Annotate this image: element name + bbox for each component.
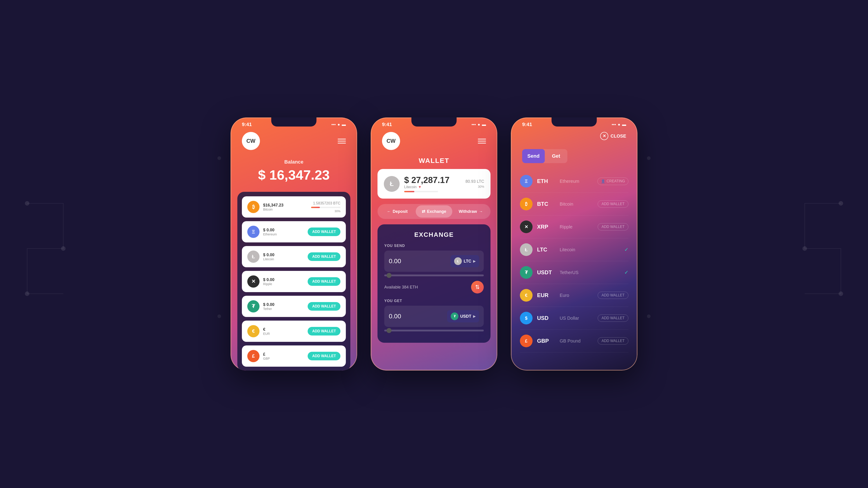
ltc-amount: $ 0.00 — [263, 253, 274, 257]
xrp-add-badge[interactable]: ADD WALLET — [598, 223, 628, 230]
tab-deposit[interactable]: ← Deposit — [379, 205, 416, 218]
notch-2 — [411, 118, 457, 127]
deposit-arrow-icon: ← — [387, 209, 391, 214]
wallet-item-gbp[interactable]: £ £ GBP ADD WALLET — [242, 346, 346, 367]
tab-withdraw[interactable]: Withdraw → — [452, 205, 489, 218]
add-wallet-usdt[interactable]: ADD WALLET — [308, 302, 340, 311]
wallet-card[interactable]: Ł $ 27,287.17 Litecoin ▼ — [377, 169, 491, 199]
add-wallet-ltc[interactable]: ADD WALLET — [308, 252, 340, 261]
status-icons-1: ▪▪▪ ● ▬ — [331, 122, 346, 127]
ltc-ticker: LTC — [537, 247, 555, 253]
gbp-list-icon: £ — [520, 335, 532, 347]
ltc-name: Litecoin — [263, 257, 274, 261]
wallet-item-xrp[interactable]: ✕ $ 0.00 Ripple ADD WALLET — [242, 271, 346, 292]
eth-amount: $ 0.00 — [263, 228, 277, 232]
get-amount: 0.00 — [389, 313, 401, 320]
eth-list-icon: Ξ — [520, 175, 532, 188]
svg-point-1 — [61, 246, 66, 251]
usdt-amount: $ 0.00 — [263, 302, 274, 307]
currency-item-eth[interactable]: Ξ ETH Ethereum 👤 CREATING — [520, 170, 628, 193]
get-coin-badge[interactable]: ₮ USDT ▶ — [447, 310, 479, 322]
menu-button-2[interactable] — [478, 139, 486, 143]
xrp-list-icon: ✕ — [520, 221, 532, 233]
usd-add-badge[interactable]: ADD WALLET — [598, 315, 628, 322]
phone3-header: ✕ CLOSE — [511, 127, 638, 144]
get-coin-arrow: ▶ — [473, 315, 475, 318]
swap-icon: ⇅ — [475, 284, 480, 290]
eth-name: Ethereum — [263, 232, 277, 236]
gbp-ticker: GBP — [537, 338, 555, 344]
ltc-list-icon: Ł — [520, 243, 532, 256]
btc-add-badge[interactable]: ADD WALLET — [598, 200, 628, 207]
send-slider[interactable] — [384, 274, 484, 276]
svg-point-7 — [217, 315, 221, 318]
currency-item-usd[interactable]: $ USD US Dollar ADD WALLET — [520, 307, 628, 330]
currency-item-btc[interactable]: ₿ BTC Bitcoin ADD WALLET — [520, 193, 628, 216]
send-input-row[interactable]: 0.00 Ł LTC ▶ — [384, 251, 484, 272]
close-button[interactable]: ✕ CLOSE — [600, 132, 626, 140]
get-input-row[interactable]: 0.00 ₮ USDT ▶ — [384, 306, 484, 327]
eur-list-icon: € — [520, 289, 532, 302]
btc-amount: $16,347.23 — [263, 203, 283, 207]
gbp-full-name: GB Pound — [560, 338, 593, 344]
you-send-label: YOU SEND — [384, 244, 484, 248]
add-wallet-gbp[interactable]: ADD WALLET — [308, 352, 340, 360]
send-coin-label: LTC — [464, 259, 471, 264]
btc-name: Bitcoin — [263, 207, 283, 211]
currency-item-usdt[interactable]: ₮ USDT TetherUS ✓ — [520, 261, 628, 284]
eth-full-name: Ethereum — [560, 179, 593, 184]
wallet-item-btc[interactable]: ₿ $16,347.23 Bitcoin 1.58357203 BTC — [242, 196, 346, 218]
you-get-label: YOU GET — [384, 299, 484, 303]
ltc-icon: Ł — [247, 251, 259, 263]
currency-list: Ξ ETH Ethereum 👤 CREATING ₿ BTC Bitcoin … — [511, 168, 638, 355]
close-circle-icon: ✕ — [600, 132, 608, 140]
send-coin-badge[interactable]: Ł LTC ▶ — [451, 255, 479, 267]
get-toggle-btn[interactable]: Get — [545, 149, 567, 163]
user-icon: 👤 — [601, 179, 605, 184]
tab-exchange[interactable]: ⇄ Exchange — [416, 205, 453, 218]
get-slider-handle[interactable] — [386, 328, 392, 333]
notch — [271, 118, 316, 127]
currency-item-eur[interactable]: € EUR Euro ADD WALLET — [520, 284, 628, 307]
phone2-header: CW — [371, 127, 497, 155]
svg-point-6 — [217, 156, 221, 160]
eur-ticker: EUR — [537, 292, 555, 298]
exchange-title: EXCHANGE — [384, 231, 484, 238]
send-toggle-btn[interactable]: Send — [522, 149, 545, 163]
eur-add-badge[interactable]: ADD WALLET — [598, 292, 628, 299]
gbp-add-badge[interactable]: ADD WALLET — [598, 337, 628, 345]
wallet-item-eur[interactable]: € € EUR ADD WALLET — [242, 321, 346, 342]
menu-button-1[interactable] — [338, 139, 346, 143]
ltc-full-name: Litecoin — [560, 247, 620, 252]
wifi-icon-3: ● — [618, 122, 620, 127]
wallet-item-ltc[interactable]: Ł $ 0.00 Litecoin ADD WALLET — [242, 246, 346, 267]
send-coin-icon: Ł — [454, 257, 462, 265]
status-icons-2: ▪▪▪ ● ▬ — [471, 122, 486, 127]
phone-exchange: 9:41 ▪▪▪ ● ▬ CW WALLET — [371, 118, 497, 370]
add-wallet-eur[interactable]: ADD WALLET — [308, 327, 340, 335]
swap-button[interactable]: ⇅ — [471, 281, 484, 293]
battery-icon-2: ▬ — [482, 122, 486, 127]
usdt-full-name: TetherUS — [560, 270, 620, 275]
svg-point-9 — [647, 315, 651, 318]
signal-icon-2: ▪▪▪ — [471, 122, 476, 127]
get-slider[interactable] — [384, 330, 484, 331]
wallet-item-eth[interactable]: Ξ $ 0.00 Ethereum ADD WALLET — [242, 221, 346, 242]
currency-item-xrp[interactable]: ✕ XRP Ripple ADD WALLET — [520, 216, 628, 238]
xrp-icon: ✕ — [247, 275, 259, 288]
svg-point-2 — [25, 291, 29, 296]
currency-item-ltc[interactable]: Ł LTC Litecoin ✓ — [520, 238, 628, 261]
status-time-3: 9:41 — [522, 122, 532, 127]
usd-list-icon: $ — [520, 312, 532, 324]
add-wallet-eth[interactable]: ADD WALLET — [308, 228, 340, 236]
wallet-item-usdt[interactable]: ₮ $ 0.00 Tether ADD WALLET — [242, 296, 346, 317]
usdt-name: Tether — [263, 307, 274, 311]
available-text: Available 384 ETH — [384, 285, 418, 290]
card-progress-label: 30% — [465, 185, 484, 188]
currency-item-gbp[interactable]: £ GBP GB Pound ADD WALLET — [520, 330, 628, 352]
logo-1: CW — [242, 132, 260, 150]
usdt-icon: ₮ — [247, 300, 259, 313]
add-wallet-xrp[interactable]: ADD WALLET — [308, 277, 340, 286]
send-slider-handle[interactable] — [386, 273, 392, 278]
phone-balance: 9:41 ▪▪▪ ● ▬ CW Balance $ 16,347.23 — [230, 118, 357, 370]
